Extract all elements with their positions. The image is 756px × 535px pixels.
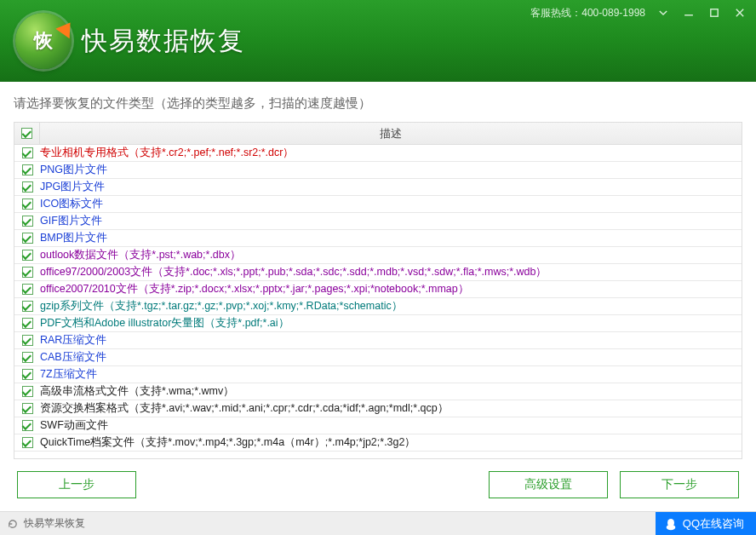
- row-checkbox[interactable]: [22, 369, 33, 380]
- table-row[interactable]: PNG图片文件: [14, 162, 742, 179]
- logo-wrap: 恢 快易数据恢复: [15, 13, 245, 69]
- close-button[interactable]: [732, 5, 747, 20]
- qq-consult-button[interactable]: QQ在线咨询: [656, 512, 756, 536]
- row-description: office2007/2010文件（支持*.zip;*.docx;*.xlsx;…: [40, 282, 736, 296]
- hotline-label: 客服热线：400-089-1998: [530, 6, 645, 20]
- app-title: 快易数据恢复: [82, 24, 245, 59]
- footer-buttons: 上一步 高级设置 下一步: [14, 459, 742, 498]
- row-checkbox[interactable]: [22, 250, 33, 261]
- row-description: gzip系列文件（支持*.tgz;*.tar.gz;*.gz;*.pvp;*.x…: [40, 299, 736, 314]
- svg-point-5: [666, 524, 675, 530]
- select-all-checkbox[interactable]: [21, 128, 32, 139]
- table-row[interactable]: BMP图片文件: [14, 230, 742, 247]
- table-row[interactable]: SWF动画文件: [14, 417, 742, 434]
- logo-arrow-icon: [55, 18, 77, 39]
- row-check-cell: [14, 216, 40, 227]
- row-checkbox[interactable]: [22, 216, 33, 227]
- row-description: GIF图片文件: [40, 214, 736, 228]
- row-description: 资源交换档案格式（支持*.avi;*.wav;*.mid;*.ani;*.cpr…: [40, 401, 736, 416]
- row-description: office97/2000/2003文件（支持*.doc;*.xls;*.ppt…: [40, 265, 736, 279]
- row-checkbox[interactable]: [22, 403, 33, 414]
- row-checkbox[interactable]: [22, 386, 33, 397]
- row-check-cell: [14, 267, 40, 278]
- row-check-cell: [14, 318, 40, 329]
- table-row[interactable]: 专业相机专用格式（支持*.cr2;*.pef;*.nef;*.sr2;*.dcr…: [14, 145, 742, 162]
- window-controls: 客服热线：400-089-1998: [530, 5, 747, 20]
- qq-icon: [664, 517, 678, 531]
- row-checkbox[interactable]: [22, 437, 33, 448]
- row-description: 7Z压缩文件: [40, 367, 736, 382]
- row-check-cell: [14, 420, 40, 431]
- row-check-cell: [14, 284, 40, 295]
- row-check-cell: [14, 250, 40, 261]
- logo-icon: 恢: [15, 13, 72, 69]
- table-row[interactable]: office97/2000/2003文件（支持*.doc;*.xls;*.ppt…: [14, 264, 742, 281]
- table-row[interactable]: RAR压缩文件: [14, 332, 742, 349]
- row-check-cell: [14, 403, 40, 414]
- row-description: outlook数据文件（支持*.pst;*.wab;*.dbx）: [40, 248, 736, 262]
- row-checkbox[interactable]: [22, 352, 33, 363]
- table-row[interactable]: 高级串流格式文件（支持*.wma;*.wmv）: [14, 383, 742, 400]
- table-row[interactable]: CAB压缩文件: [14, 349, 742, 366]
- column-header-description[interactable]: 描述: [40, 126, 742, 141]
- row-checkbox[interactable]: [22, 301, 33, 312]
- row-checkbox[interactable]: [22, 318, 33, 329]
- row-checkbox[interactable]: [22, 267, 33, 278]
- row-check-cell: [14, 437, 40, 448]
- row-check-cell: [14, 198, 40, 210]
- next-button[interactable]: 下一步: [620, 471, 739, 498]
- row-checkbox[interactable]: [22, 147, 33, 158]
- row-check-cell: [14, 352, 40, 363]
- content-area: 请选择要恢复的文件类型（选择的类型越多，扫描的速度越慢） 描述 专业相机专用格式…: [0, 82, 756, 512]
- row-description: ICO图标文件: [40, 197, 736, 211]
- table-row[interactable]: ICO图标文件: [14, 196, 742, 213]
- row-check-cell: [14, 301, 40, 312]
- table-row[interactable]: gzip系列文件（支持*.tgz;*.tar.gz;*.gz;*.pvp;*.x…: [14, 298, 742, 315]
- row-description: BMP图片文件: [40, 231, 736, 245]
- app-header: 客服热线：400-089-1998 恢 快易数据恢复: [0, 0, 756, 82]
- row-description: QuickTime档案文件（支持*.mov;*.mp4;*.3gp;*.m4a（…: [40, 435, 736, 450]
- row-description: JPG图片文件: [40, 180, 736, 194]
- svg-rect-1: [711, 9, 718, 16]
- table-row[interactable]: 资源交换档案格式（支持*.avi;*.wav;*.mid;*.ani;*.cpr…: [14, 400, 742, 417]
- row-check-cell: [14, 369, 40, 380]
- row-checkbox[interactable]: [22, 181, 33, 193]
- row-checkbox[interactable]: [22, 335, 33, 346]
- row-description: 专业相机专用格式（支持*.cr2;*.pef;*.nef;*.sr2;*.dcr…: [40, 146, 736, 160]
- advanced-settings-button[interactable]: 高级设置: [489, 471, 608, 498]
- refresh-icon: [7, 518, 19, 530]
- row-description: CAB压缩文件: [40, 350, 736, 365]
- table-header: 描述: [14, 123, 742, 145]
- prev-button[interactable]: 上一步: [17, 471, 136, 498]
- row-check-cell: [14, 164, 40, 175]
- table-row[interactable]: PDF文档和Adobe illustrator矢量图（支持*.pdf;*.ai）: [14, 315, 742, 332]
- row-description: RAR压缩文件: [40, 333, 736, 348]
- table-row[interactable]: 7Z压缩文件: [14, 366, 742, 383]
- table-row[interactable]: QuickTime档案文件（支持*.mov;*.mp4;*.3gp;*.m4a（…: [14, 434, 742, 452]
- row-checkbox[interactable]: [22, 420, 33, 431]
- table-row[interactable]: outlook数据文件（支持*.pst;*.wab;*.dbx）: [14, 247, 742, 264]
- row-check-cell: [14, 386, 40, 397]
- row-check-cell: [14, 335, 40, 346]
- row-checkbox[interactable]: [22, 164, 33, 175]
- filetype-table: 描述 专业相机专用格式（支持*.cr2;*.pef;*.nef;*.sr2;*.…: [14, 122, 742, 459]
- row-check-cell: [14, 147, 40, 158]
- apple-recovery-link[interactable]: 快易苹果恢复: [7, 516, 85, 531]
- table-row[interactable]: GIF图片文件: [14, 213, 742, 230]
- row-checkbox[interactable]: [22, 284, 33, 295]
- table-row[interactable]: office2007/2010文件（支持*.zip;*.docx;*.xlsx;…: [14, 281, 742, 298]
- row-checkbox[interactable]: [22, 198, 33, 210]
- minimize-button[interactable]: [681, 5, 696, 20]
- maximize-button[interactable]: [707, 5, 722, 20]
- row-check-cell: [14, 233, 40, 244]
- dropdown-icon[interactable]: [656, 5, 671, 20]
- select-all-cell: [14, 123, 40, 144]
- row-check-cell: [14, 181, 40, 193]
- row-description: PNG图片文件: [40, 163, 736, 177]
- row-description: PDF文档和Adobe illustrator矢量图（支持*.pdf;*.ai）: [40, 316, 736, 331]
- table-row[interactable]: JPG图片文件: [14, 179, 742, 196]
- table-body[interactable]: 专业相机专用格式（支持*.cr2;*.pef;*.nef;*.sr2;*.dcr…: [14, 145, 742, 458]
- row-checkbox[interactable]: [22, 233, 33, 244]
- row-description: SWF动画文件: [40, 418, 736, 433]
- instruction-text: 请选择要恢复的文件类型（选择的类型越多，扫描的速度越慢）: [14, 95, 742, 112]
